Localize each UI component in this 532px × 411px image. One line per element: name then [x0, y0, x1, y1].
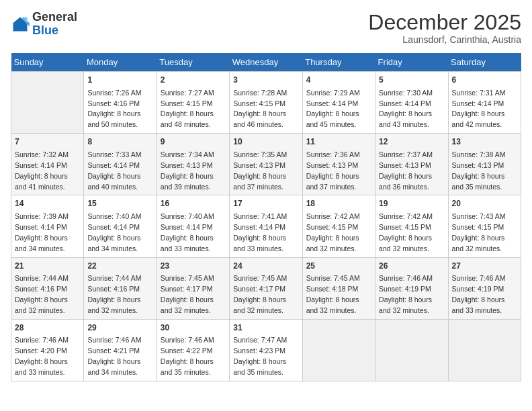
calendar-cell: 26Sunrise: 7:46 AM Sunset: 4:19 PM Dayli… [375, 257, 448, 319]
page-header: General Blue December 2025 Launsdorf, Ca… [11, 11, 521, 45]
calendar-cell: 17Sunrise: 7:41 AM Sunset: 4:14 PM Dayli… [230, 195, 302, 257]
calendar-cell [375, 319, 448, 381]
calendar-cell: 24Sunrise: 7:45 AM Sunset: 4:17 PM Dayli… [230, 257, 302, 319]
day-info: Sunrise: 7:44 AM Sunset: 4:16 PM Dayligh… [15, 274, 69, 314]
calendar-cell: 4Sunrise: 7:29 AM Sunset: 4:14 PM Daylig… [302, 72, 375, 134]
day-number: 20 [452, 198, 517, 210]
calendar-cell [11, 72, 84, 134]
calendar-cell: 7Sunrise: 7:32 AM Sunset: 4:14 PM Daylig… [11, 134, 84, 195]
calendar-cell: 27Sunrise: 7:46 AM Sunset: 4:19 PM Dayli… [448, 257, 521, 319]
day-number: 2 [161, 75, 226, 86]
calendar-cell: 13Sunrise: 7:38 AM Sunset: 4:13 PM Dayli… [448, 134, 521, 195]
calendar-cell: 31Sunrise: 7:47 AM Sunset: 4:23 PM Dayli… [230, 319, 302, 381]
day-info: Sunrise: 7:40 AM Sunset: 4:14 PM Dayligh… [161, 212, 214, 253]
day-number: 23 [161, 261, 226, 272]
day-info: Sunrise: 7:46 AM Sunset: 4:22 PM Dayligh… [161, 336, 214, 376]
day-header-friday: Friday [375, 53, 448, 72]
day-number: 17 [233, 198, 298, 210]
day-number: 14 [15, 198, 80, 210]
day-info: Sunrise: 7:39 AM Sunset: 4:14 PM Dayligh… [15, 212, 69, 253]
day-number: 12 [379, 136, 444, 148]
week-row-1: 1Sunrise: 7:26 AM Sunset: 4:16 PM Daylig… [11, 72, 521, 134]
week-row-2: 7Sunrise: 7:32 AM Sunset: 4:14 PM Daylig… [11, 134, 521, 195]
day-info: Sunrise: 7:41 AM Sunset: 4:14 PM Dayligh… [233, 212, 287, 253]
day-info: Sunrise: 7:42 AM Sunset: 4:15 PM Dayligh… [379, 212, 433, 253]
calendar-cell: 8Sunrise: 7:33 AM Sunset: 4:14 PM Daylig… [84, 134, 157, 195]
calendar-cell: 29Sunrise: 7:46 AM Sunset: 4:21 PM Dayli… [84, 319, 157, 381]
day-info: Sunrise: 7:42 AM Sunset: 4:15 PM Dayligh… [306, 212, 360, 253]
day-info: Sunrise: 7:36 AM Sunset: 4:13 PM Dayligh… [306, 150, 360, 191]
day-info: Sunrise: 7:37 AM Sunset: 4:13 PM Dayligh… [379, 150, 433, 191]
day-number: 24 [233, 261, 298, 272]
day-number: 16 [161, 198, 226, 210]
calendar-cell: 6Sunrise: 7:31 AM Sunset: 4:14 PM Daylig… [448, 72, 521, 134]
day-number: 21 [15, 261, 80, 272]
day-info: Sunrise: 7:27 AM Sunset: 4:15 PM Dayligh… [161, 89, 214, 129]
day-header-sunday: Sunday [11, 53, 84, 72]
day-number: 22 [87, 261, 152, 272]
day-header-monday: Monday [84, 53, 157, 72]
day-number: 4 [306, 75, 371, 86]
day-number: 19 [379, 198, 444, 210]
day-header-tuesday: Tuesday [157, 53, 229, 72]
day-info: Sunrise: 7:47 AM Sunset: 4:23 PM Dayligh… [233, 336, 287, 376]
day-number: 8 [87, 136, 152, 148]
calendar-cell: 22Sunrise: 7:44 AM Sunset: 4:16 PM Dayli… [84, 257, 157, 319]
day-info: Sunrise: 7:46 AM Sunset: 4:19 PM Dayligh… [379, 274, 433, 314]
day-info: Sunrise: 7:46 AM Sunset: 4:20 PM Dayligh… [15, 336, 69, 376]
day-info: Sunrise: 7:28 AM Sunset: 4:15 PM Dayligh… [233, 89, 287, 129]
day-info: Sunrise: 7:44 AM Sunset: 4:16 PM Dayligh… [87, 274, 141, 314]
day-number: 7 [15, 136, 80, 148]
day-number: 29 [87, 322, 152, 334]
day-info: Sunrise: 7:38 AM Sunset: 4:13 PM Dayligh… [452, 150, 506, 191]
week-row-5: 28Sunrise: 7:46 AM Sunset: 4:20 PM Dayli… [11, 319, 521, 381]
location-subtitle: Launsdorf, Carinthia, Austria [368, 34, 521, 45]
day-info: Sunrise: 7:43 AM Sunset: 4:15 PM Dayligh… [452, 212, 506, 253]
day-info: Sunrise: 7:45 AM Sunset: 4:17 PM Dayligh… [161, 274, 214, 314]
header-row: SundayMondayTuesdayWednesdayThursdayFrid… [11, 53, 521, 72]
day-number: 25 [306, 261, 371, 272]
week-row-4: 21Sunrise: 7:44 AM Sunset: 4:16 PM Dayli… [11, 257, 521, 319]
calendar-cell: 30Sunrise: 7:46 AM Sunset: 4:22 PM Dayli… [157, 319, 229, 381]
calendar-cell: 1Sunrise: 7:26 AM Sunset: 4:16 PM Daylig… [84, 72, 157, 134]
week-row-3: 14Sunrise: 7:39 AM Sunset: 4:14 PM Dayli… [11, 195, 521, 257]
calendar-cell: 11Sunrise: 7:36 AM Sunset: 4:13 PM Dayli… [302, 134, 375, 195]
calendar-cell: 20Sunrise: 7:43 AM Sunset: 4:15 PM Dayli… [448, 195, 521, 257]
calendar-cell: 19Sunrise: 7:42 AM Sunset: 4:15 PM Dayli… [375, 195, 448, 257]
day-number: 6 [452, 75, 517, 86]
day-number: 13 [452, 136, 517, 148]
day-info: Sunrise: 7:40 AM Sunset: 4:14 PM Dayligh… [87, 212, 141, 253]
day-number: 5 [379, 75, 444, 86]
logo-general-text: General [32, 11, 77, 24]
calendar-cell: 28Sunrise: 7:46 AM Sunset: 4:20 PM Dayli… [11, 319, 84, 381]
title-block: December 2025 Launsdorf, Carinthia, Aust… [368, 11, 521, 45]
day-number: 27 [452, 261, 517, 272]
calendar-cell: 14Sunrise: 7:39 AM Sunset: 4:14 PM Dayli… [11, 195, 84, 257]
calendar-cell: 2Sunrise: 7:27 AM Sunset: 4:15 PM Daylig… [157, 72, 229, 134]
day-number: 30 [161, 322, 226, 334]
calendar-cell: 16Sunrise: 7:40 AM Sunset: 4:14 PM Dayli… [157, 195, 229, 257]
day-info: Sunrise: 7:46 AM Sunset: 4:19 PM Dayligh… [452, 274, 506, 314]
calendar-cell [302, 319, 375, 381]
calendar-cell: 21Sunrise: 7:44 AM Sunset: 4:16 PM Dayli… [11, 257, 84, 319]
day-info: Sunrise: 7:30 AM Sunset: 4:14 PM Dayligh… [379, 89, 433, 129]
day-number: 3 [233, 75, 298, 86]
calendar-cell: 18Sunrise: 7:42 AM Sunset: 4:15 PM Dayli… [302, 195, 375, 257]
calendar-cell [448, 319, 521, 381]
calendar-cell: 15Sunrise: 7:40 AM Sunset: 4:14 PM Dayli… [84, 195, 157, 257]
day-info: Sunrise: 7:29 AM Sunset: 4:14 PM Dayligh… [306, 89, 360, 129]
day-number: 26 [379, 261, 444, 272]
logo: General Blue [11, 11, 77, 38]
day-number: 31 [233, 322, 298, 334]
day-info: Sunrise: 7:45 AM Sunset: 4:17 PM Dayligh… [233, 274, 287, 314]
calendar-cell: 3Sunrise: 7:28 AM Sunset: 4:15 PM Daylig… [230, 72, 302, 134]
day-number: 1 [87, 75, 152, 86]
day-number: 28 [15, 322, 80, 334]
day-info: Sunrise: 7:33 AM Sunset: 4:14 PM Dayligh… [87, 150, 141, 191]
day-number: 10 [233, 136, 298, 148]
calendar-cell: 23Sunrise: 7:45 AM Sunset: 4:17 PM Dayli… [157, 257, 229, 319]
calendar-cell: 10Sunrise: 7:35 AM Sunset: 4:13 PM Dayli… [230, 134, 302, 195]
calendar-cell: 9Sunrise: 7:34 AM Sunset: 4:13 PM Daylig… [157, 134, 229, 195]
day-info: Sunrise: 7:34 AM Sunset: 4:13 PM Dayligh… [161, 150, 214, 191]
day-info: Sunrise: 7:31 AM Sunset: 4:14 PM Dayligh… [452, 89, 506, 129]
